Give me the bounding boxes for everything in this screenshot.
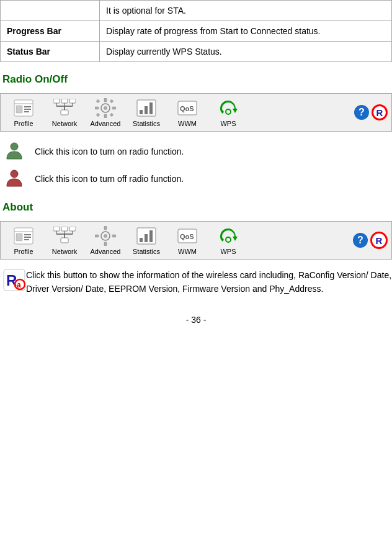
about-statistics-label: Statistics — [133, 248, 160, 255]
radio-onoff-toolbar: Profile Network — [0, 93, 392, 132]
svg-point-61 — [226, 237, 231, 242]
toolbar-advanced[interactable]: Advanced — [90, 97, 121, 127]
about-ralink-r-icon[interactable]: R — [370, 232, 388, 249]
advanced-label: Advanced — [91, 120, 121, 127]
toolbar-wps[interactable]: WPS — [213, 97, 244, 127]
svg-rect-43 — [61, 227, 68, 231]
top-table: It is optional for STA. Progress Bar Dis… — [0, 0, 392, 62]
about-section: About Profile — [0, 201, 392, 296]
wwm-icon: QoS — [176, 97, 199, 119]
table-row-status: Status Bar Display currently WPS Status. — [1, 42, 392, 62]
svg-point-33 — [11, 170, 18, 178]
about-toolbar-network[interactable]: Network — [49, 225, 80, 255]
about-toolbar-right-icons: ? R — [353, 232, 388, 249]
about-wps-icon — [216, 225, 240, 247]
about-advanced-icon — [94, 225, 117, 247]
svg-rect-17 — [104, 98, 107, 102]
svg-rect-54 — [112, 235, 116, 237]
svg-point-32 — [11, 143, 18, 150]
table-cell-label-0 — [1, 1, 100, 21]
about-toolbar-profile[interactable]: Profile — [8, 225, 39, 255]
svg-rect-10 — [69, 99, 76, 103]
about-description-text: Click this button to show the informatio… — [26, 268, 392, 296]
svg-rect-21 — [96, 99, 100, 103]
wwm-label: WWM — [178, 120, 197, 127]
radio-on-text: Click this icon to turn on radio functio… — [35, 147, 184, 156]
about-toolbar-wps[interactable]: WPS — [213, 225, 244, 255]
svg-rect-23 — [96, 113, 100, 117]
svg-rect-20 — [112, 107, 116, 109]
svg-point-50 — [104, 234, 107, 238]
svg-rect-57 — [145, 234, 148, 242]
table-cell-value-2: Display currently WPS Status. — [100, 42, 392, 62]
radio-off-text: Click this icon to turn off radio functi… — [35, 174, 184, 184]
about-description-block: R a Click this button to show the inform… — [0, 268, 392, 296]
radio-off-description: Click this icon to turn off radio functi… — [0, 168, 392, 190]
svg-point-31 — [226, 109, 231, 114]
toolbar-right-icons: ? R — [354, 104, 388, 120]
svg-rect-9 — [61, 99, 68, 103]
svg-rect-6 — [61, 110, 68, 115]
ralink-r-icon[interactable]: R — [372, 104, 388, 120]
about-toolbar-advanced[interactable]: Advanced — [90, 225, 121, 255]
page-number: - 36 - — [0, 315, 392, 325]
svg-rect-51 — [104, 226, 107, 230]
svg-rect-52 — [104, 242, 107, 246]
statistics-label: Statistics — [133, 120, 160, 127]
profile-icon — [12, 97, 35, 119]
profile-label: Profile — [14, 120, 33, 127]
table-row-optional: It is optional for STA. — [1, 1, 392, 21]
about-wps-label: WPS — [220, 248, 236, 255]
svg-rect-19 — [95, 107, 99, 109]
about-network-icon — [53, 225, 76, 247]
wps-icon — [216, 97, 240, 119]
table-cell-label-2: Status Bar — [1, 42, 100, 62]
about-toolbar-wwm[interactable]: QoS WWM — [172, 225, 203, 255]
svg-rect-24 — [110, 113, 114, 117]
svg-rect-44 — [69, 227, 76, 231]
svg-rect-18 — [104, 114, 107, 118]
about-wwm-label: WWM — [178, 248, 197, 255]
network-icon — [53, 97, 76, 119]
advanced-icon — [94, 97, 117, 119]
about-statistics-icon — [135, 225, 158, 247]
toolbar-wwm[interactable]: QoS WWM — [172, 97, 203, 127]
svg-rect-8 — [53, 99, 60, 103]
svg-rect-36 — [16, 233, 22, 241]
radio-on-icon — [2, 140, 26, 163]
statistics-icon — [135, 97, 158, 119]
svg-rect-56 — [140, 238, 143, 242]
about-profile-icon — [12, 225, 35, 247]
svg-rect-26 — [140, 110, 143, 114]
about-r-button-icon: R a — [2, 268, 26, 292]
svg-text:a: a — [17, 281, 21, 289]
svg-rect-53 — [95, 235, 99, 237]
svg-rect-42 — [53, 227, 60, 231]
about-heading: About — [0, 201, 392, 214]
radio-onoff-heading: Radio On/Off — [0, 73, 392, 86]
toolbar-network[interactable]: Network — [49, 97, 80, 127]
about-toolbar-statistics[interactable]: Statistics — [131, 225, 162, 255]
about-wwm-icon: QoS — [176, 225, 199, 247]
radio-off-icon — [2, 168, 26, 190]
toolbar-statistics[interactable]: Statistics — [131, 97, 162, 127]
radio-onoff-section: Radio On/Off Profile — [0, 73, 392, 190]
about-profile-label: Profile — [14, 248, 33, 255]
help-icon[interactable]: ? — [354, 105, 369, 120]
wps-label: WPS — [220, 120, 236, 127]
svg-point-16 — [104, 106, 107, 110]
svg-rect-22 — [110, 99, 114, 103]
svg-rect-28 — [149, 102, 153, 114]
toolbar-profile[interactable]: Profile — [8, 97, 39, 127]
table-cell-value-0: It is optional for STA. — [100, 1, 392, 21]
svg-rect-27 — [145, 106, 148, 114]
svg-text:QoS: QoS — [180, 233, 194, 240]
table-row-progress: Progress Bar Display rate of progress fr… — [1, 21, 392, 42]
about-help-icon[interactable]: ? — [353, 233, 368, 248]
about-toolbar: Profile Network — [0, 221, 392, 260]
table-cell-label-1: Progress Bar — [1, 21, 100, 42]
about-advanced-label: Advanced — [91, 248, 121, 255]
svg-rect-40 — [61, 238, 68, 243]
network-label: Network — [52, 120, 77, 127]
svg-rect-2 — [16, 106, 22, 113]
